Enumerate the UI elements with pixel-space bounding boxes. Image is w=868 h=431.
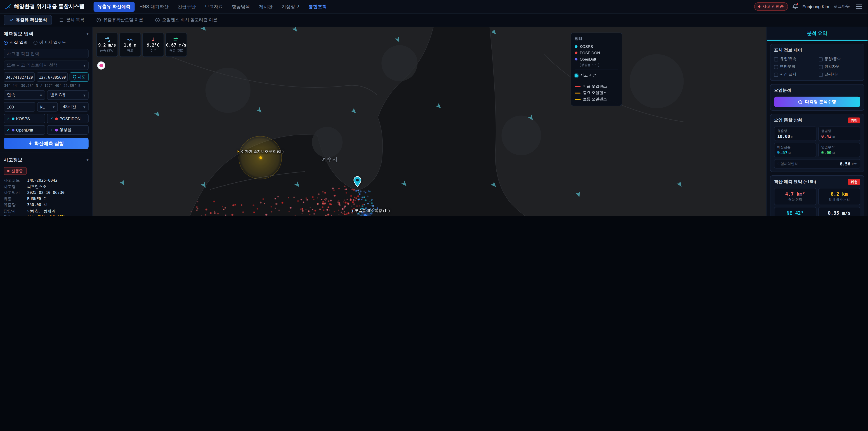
tab-diffusion-analysis[interactable]: 유출유 확산분석 [4, 15, 52, 25]
wind-arrow-icon [402, 182, 409, 188]
radio-direct-input[interactable]: 직접 입력 [4, 40, 28, 45]
run-prediction-button[interactable]: 확산예측 실행 [4, 138, 89, 149]
spill-type-select[interactable]: 연속▾ [4, 90, 45, 100]
map-canvas[interactable]: ⚑ 여자만 습지보호구역 (6h) 여수시 화양면 돌산읍 ■ 무슬목 해수욕장… [93, 27, 766, 216]
oil-type-select[interactable]: 벙커C유▾ [47, 90, 89, 100]
stat-value: 8.56 [840, 161, 850, 166]
wing-logo-icon [4, 3, 11, 10]
incident-row: 유출량350.00 kl [4, 202, 89, 208]
wetland-label: ⚑ 여자만 습지보호구역 (6h) [237, 149, 284, 154]
pollution-stats: 유출량10.00kl 증발량0.43kl 해상잔존9.57kl 연안부착0.00… [774, 127, 860, 157]
menu-aerial-search[interactable]: 항공탐색 [228, 2, 254, 11]
stat-value: 0.00 [821, 150, 832, 155]
wind-icon [105, 37, 110, 41]
stat-unit: kl [833, 135, 835, 138]
wind-arrow-icon [677, 182, 684, 189]
menu-hns[interactable]: HNS·대기확산 [135, 2, 173, 11]
model-ensemble-toggle[interactable]: ✓앙상블 [47, 125, 89, 135]
badge-label: 진행중 [11, 168, 23, 174]
amount-input[interactable] [4, 102, 35, 112]
summary-body: 표시 정보 제어 ✓유향/유속 ✓풍향/풍속 ✓연안부착 ✓민감자원 ✓시간 표… [767, 41, 868, 216]
checkbox-sensitive[interactable]: ✓민감자원 [818, 64, 860, 70]
status-dot-icon [758, 5, 761, 8]
run-label: 확산예측 실행 [34, 140, 64, 147]
card-title: 오염 종합 상황 [774, 118, 802, 123]
legend-label: 긴급 오일펜스 [583, 84, 607, 90]
radio-image-upload[interactable]: 이미지 업로드 [33, 40, 66, 45]
forecast-stats: 4.7 km²영향 면적 6.2 km최대 확산 거리 NE 42°주 확산 방… [774, 188, 860, 216]
prediction-input-header[interactable]: 예측정보 입력 ▾ [4, 30, 89, 40]
tab-analysis-summary[interactable]: 분석 요약 [767, 27, 868, 41]
check-icon: ✓ [7, 117, 10, 121]
menu-spill-prediction[interactable]: 유출유 확산예측 [94, 2, 134, 11]
stat-value: 0.43 [821, 134, 832, 139]
model-color-dot [11, 129, 14, 131]
menu-weather[interactable]: 기상정보 [278, 2, 304, 11]
checkbox-label: 유향/유속 [780, 57, 796, 62]
notification-bell-icon[interactable] [793, 4, 798, 9]
legend-dot-icon [575, 58, 578, 61]
logout-button[interactable]: 로그아웃 [834, 4, 850, 9]
fence-line-icon [575, 93, 581, 94]
hamburger-menu-icon[interactable] [855, 3, 863, 10]
flag-icon: ⚑ [237, 150, 240, 153]
radio-dot-icon [33, 41, 37, 45]
input-mode-radios: 직접 입력 이미지 업로드 [4, 40, 89, 45]
model-poseidon-toggle[interactable]: ✓POSEIDON [47, 114, 89, 123]
checkbox-icon: ✓ [818, 65, 823, 69]
chart-icon [8, 18, 13, 23]
forecast-summary-card: 확산 예측 요약 (+18h) 위험 4.7 km²영향 면적 6.2 km최대… [770, 175, 864, 216]
legend-item-kosps: KOSPS [575, 43, 618, 50]
longitude-input[interactable] [37, 72, 68, 82]
model-opendrift-toggle[interactable]: ✓OpenDrift [4, 125, 45, 135]
row-value: 여수 돌산 남방 5NM [27, 214, 64, 216]
duration-select[interactable]: 48시간▾ [60, 102, 89, 112]
model-label: KOSPS [16, 116, 30, 121]
checkbox-weather-time[interactable]: ✓날씨시간 [818, 72, 860, 77]
map-tool-button[interactable] [97, 61, 105, 70]
checkbox-label: 연안부착 [780, 64, 795, 70]
chevron-down-icon: ▾ [87, 32, 89, 36]
latitude-input[interactable] [4, 72, 35, 82]
tab-analysis-list[interactable]: 분석 목록 [54, 15, 89, 25]
row-value: 350.00 kl [27, 202, 48, 208]
wind-arrow-icon [491, 29, 498, 36]
main-menu: 유출유 확산예측 HNS·대기확산 긴급구난 보고자료 항공탐색 게시판 기상정… [94, 2, 331, 11]
menu-rescue[interactable]: 긴급구난 [174, 2, 200, 11]
stat-unit: kl [833, 151, 835, 155]
menu-reports[interactable]: 보고자료 [201, 2, 227, 11]
tab-oilfence-theory[interactable]: 오일펜스 배치 알고리즘 이론 [150, 15, 222, 25]
wind-arrow-icon [257, 108, 264, 115]
model-kosps-toggle[interactable]: ✓KOSPS [4, 114, 45, 123]
tab-model-theory[interactable]: 유출유확산모델 이론 [91, 15, 148, 25]
incident-info-section: 사고정보 ▾ 진행중 사고코드INC-2025-0042 사고명씨프린스호 사고… [0, 153, 92, 216]
menu-integrated-search[interactable]: 통합조회 [305, 2, 331, 11]
stat-label: 영향 면적 [776, 197, 814, 202]
incident-pin-icon[interactable] [353, 176, 362, 187]
checkbox-time[interactable]: ✓시간 표시 [774, 72, 816, 77]
incident-info-header[interactable]: 사고정보 ▾ [4, 156, 89, 166]
checkbox-label: 날씨시간 [825, 72, 840, 77]
unit-select[interactable]: kL▾ [37, 102, 58, 112]
map-pick-button[interactable]: 지도 [70, 72, 89, 82]
checkbox-current[interactable]: ✓유향/유속 [774, 57, 816, 62]
wind-arrow-icon [395, 37, 402, 44]
wind-arrow-icon [294, 182, 302, 189]
accident-list-select[interactable]: 또는 사고 리스트에서 선택 ▾ [4, 61, 89, 70]
wind-arrow-icon [120, 180, 127, 187]
checkbox-wind[interactable]: ✓풍향/풍속 [818, 57, 860, 62]
legend-label: KOSPS [580, 44, 593, 49]
menu-board[interactable]: 게시판 [255, 2, 277, 11]
map-pin-icon [73, 75, 76, 79]
row-label: 담당자 [4, 208, 27, 214]
wind-arrow-icon [201, 27, 208, 33]
weather-value: 0.67 m/s [166, 42, 186, 47]
legend-item-fence-important: 중요 오일펜스 [575, 90, 618, 96]
weather-label: 파고 [127, 48, 133, 53]
user-name: Eunjeong Kim [802, 4, 829, 9]
stat-label: 오염해역면적 [777, 162, 798, 166]
accident-name-input[interactable] [4, 49, 89, 58]
checkbox-shoreline[interactable]: ✓연안부착 [774, 64, 816, 70]
tab-label: 유출유확산모델 이론 [103, 17, 143, 23]
polygon-analysis-button[interactable]: 다각형 분석수행 [774, 97, 860, 107]
